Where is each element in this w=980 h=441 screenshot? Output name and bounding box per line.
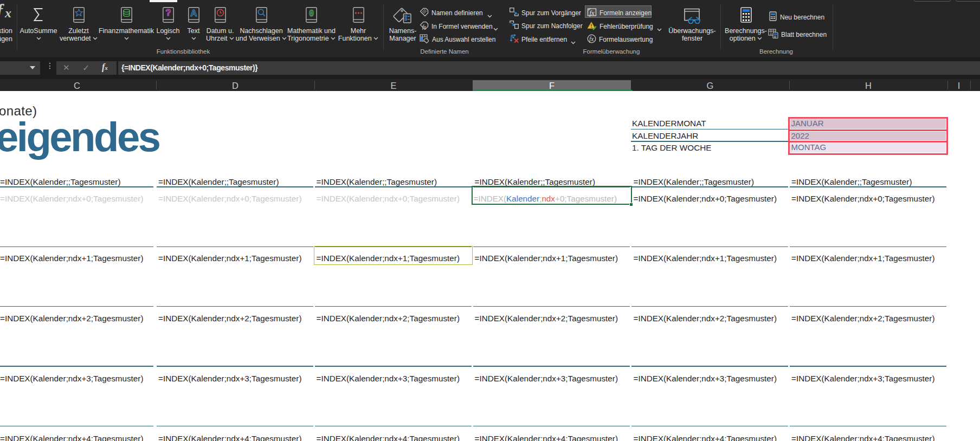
svg-text:fx: fx (589, 36, 594, 43)
svg-text:fx: fx (422, 24, 427, 30)
svg-text:fx: fx (590, 9, 595, 17)
svg-text:θ: θ (309, 9, 314, 18)
